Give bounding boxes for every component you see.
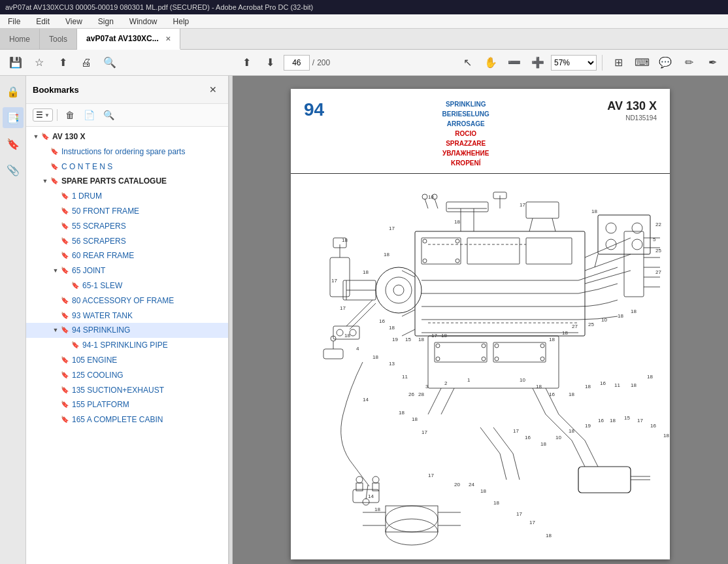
svg-point-77 [606,239,616,250]
bookmark-item-105-engine[interactable]: 🔖105 ENGINE [26,353,228,368]
menu-file[interactable]: File [5,16,23,27]
svg-text:18: 18 [384,252,389,257]
bookmark-item-135-suction[interactable]: 🔖135 SUCTION+EXHAUST [26,383,228,398]
comment-button[interactable]: 💬 [655,52,676,73]
bookmark-expand-93-water[interactable] [51,311,60,320]
zoom-out-button[interactable]: ➖ [504,52,525,73]
attach-button[interactable]: ⬆ [52,52,73,73]
bookmark-item-165-cabin[interactable]: 🔖165 A COMPLETE CABIN [26,412,228,427]
bookmark-expand-94-1-pipe[interactable] [61,340,71,350]
sign-button[interactable]: ✒ [702,52,723,73]
bookmark-item-56-scrap2[interactable]: 🔖56 SCRAPERS [26,234,228,249]
bookmarks-dropdown-arrow: ▼ [44,112,50,118]
tab-home[interactable]: Home [0,29,40,49]
bookmark-expand-94-sprinkling[interactable]: ▼ [51,325,60,335]
tab-pdf-label: avP07at AV130XC... [86,34,159,43]
bookmark-delete-button[interactable]: 🗑 [61,107,78,124]
print-button[interactable]: 🖨 [76,52,97,73]
svg-rect-55 [578,467,631,493]
bookmark-item-contents[interactable]: 🔖C O N T E N S [26,159,228,174]
bookmark-item-60-rear[interactable]: 🔖60 REAR FRAME [26,248,228,263]
bookmark-expand-spare-parts[interactable]: ▼ [41,176,50,186]
tab-tools[interactable]: Tools [40,29,77,49]
svg-text:18: 18 [412,416,418,422]
svg-text:27: 27 [572,323,578,329]
bookmark-item-80-acc[interactable]: 🔖80 ACCESSORY OF FRAME [26,293,228,308]
pdf-area[interactable]: 94 SPRINKLING BERIESELUNG ARROSAGE ROCIO… [233,76,728,564]
tab-close-button[interactable]: ✕ [165,35,171,42]
svg-point-63 [363,499,369,505]
cursor-tool[interactable]: ↖ [457,52,478,73]
svg-point-5 [455,239,459,243]
menu-window[interactable]: Window [127,16,160,27]
page-number-input[interactable]: 46 [284,55,310,71]
bookmarks-close-button[interactable]: ✕ [205,81,222,98]
bookmark-add-button[interactable]: ☆ [29,52,50,73]
bookmark-expand-105-engine[interactable] [51,356,60,365]
prev-page-button[interactable]: ⬆ [237,52,257,73]
bookmark-new-button[interactable]: 📄 [81,107,98,124]
menu-view[interactable]: View [63,16,85,27]
bookmark-expand-56-scrap2[interactable] [51,237,60,246]
bookmark-item-65-joint[interactable]: ▼🔖65 JOINT [26,263,228,278]
technical-drawing: 1 5 1 17 18 18 17 18 22 25 27 18 18 [291,179,670,559]
zoom-in-button[interactable]: ➕ [527,52,548,73]
fit-button[interactable]: ⊞ [608,52,629,73]
zoom-select[interactable]: 57% 75% 100% 125% 150% [551,55,597,71]
highlight-button[interactable]: ✏ [678,52,699,73]
svg-text:19: 19 [585,423,591,429]
svg-line-95 [513,454,520,480]
bookmark-expand-55-scrap1[interactable] [51,222,60,231]
bookmark-expand-155-platform[interactable] [51,400,60,409]
page-separator: / [312,58,314,67]
bookmark-item-125-cooling[interactable]: 🔖125 COOLING [26,368,228,383]
tab-pdf[interactable]: avP07at AV130XC... ✕ [77,29,180,50]
svg-text:18: 18 [399,410,405,416]
bookmark-item-1-drum[interactable]: 🔖1 DRUM [26,189,228,204]
svg-rect-19 [323,349,343,359]
bookmark-item-spare-parts[interactable]: ▼🔖SPARE PARTS CATALOGUE [26,174,228,189]
bookmark-label-56-scrap2: 56 SCRAPERS [72,236,223,247]
sidebar-icon-bookmarks[interactable]: 🔒 [3,81,24,102]
sidebar-icon-attachments[interactable]: 📎 [3,159,24,180]
bookmark-expand-165-cabin[interactable] [51,415,60,424]
bookmark-expand-av130x[interactable]: ▼ [31,132,41,141]
bookmark-expand-65-joint[interactable]: ▼ [51,266,60,275]
bookmark-expand-80-acc[interactable] [51,296,60,305]
bookmark-expand-1-drum[interactable] [51,191,60,201]
bookmark-item-155-platform[interactable]: 🔖155 PLATFORM [26,397,228,412]
bookmark-expand-50-front[interactable] [51,207,60,216]
bookmark-item-65-1-slew[interactable]: 🔖65-1 SLEW [26,278,228,293]
svg-point-43 [495,344,499,348]
bookmark-search-button[interactable]: 🔍 [101,107,118,124]
bookmark-item-94-sprinkling[interactable]: ▼🔖94 SPRINKLING [26,323,228,338]
bookmark-icon-65-1-slew: 🔖 [71,281,80,290]
bookmark-expand-135-suction[interactable] [51,386,60,395]
bookmark-item-94-1-pipe[interactable]: 🔖94-1 SPRINKLING PIPE [26,338,228,353]
svg-line-84 [595,254,598,267]
hand-tool[interactable]: ✋ [480,52,501,73]
bookmark-expand-65-1-slew[interactable] [61,281,71,290]
sidebar-icon-nav[interactable]: 📑 [3,107,24,128]
bookmark-item-instructions[interactable]: 🔖Instructions for ordering spare parts [26,144,228,159]
menu-help[interactable]: Help [171,16,192,27]
sidebar-icon-layers[interactable]: 🔖 [3,133,24,154]
bookmark-item-55-scrap1[interactable]: 🔖55 SCRAPERS [26,219,228,234]
bookmark-item-93-water[interactable]: 🔖93 WATER TANK [26,308,228,323]
bookmark-expand-contents[interactable] [41,162,50,171]
bookmarks-view-dropdown[interactable]: ☰ ▼ [33,108,53,122]
save-button[interactable]: 💾 [5,52,26,73]
bookmark-expand-instructions[interactable] [41,147,50,156]
menu-sign[interactable]: Sign [95,16,116,27]
menu-edit[interactable]: Edit [33,16,52,27]
bookmark-item-50-front[interactable]: 🔖50 FRONT FRAME [26,204,228,219]
bookmark-item-av130x[interactable]: ▼🔖AV 130 X [26,129,228,144]
bookmark-expand-125-cooling[interactable] [51,371,60,380]
bookmark-expand-60-rear[interactable] [51,251,60,260]
find-button[interactable]: 🔍 [99,52,120,73]
svg-text:10: 10 [520,377,525,383]
rotate-button[interactable]: ⌨ [631,52,652,73]
svg-line-58 [425,199,428,208]
svg-point-59 [422,194,427,199]
next-page-button[interactable]: ⬇ [260,52,281,73]
